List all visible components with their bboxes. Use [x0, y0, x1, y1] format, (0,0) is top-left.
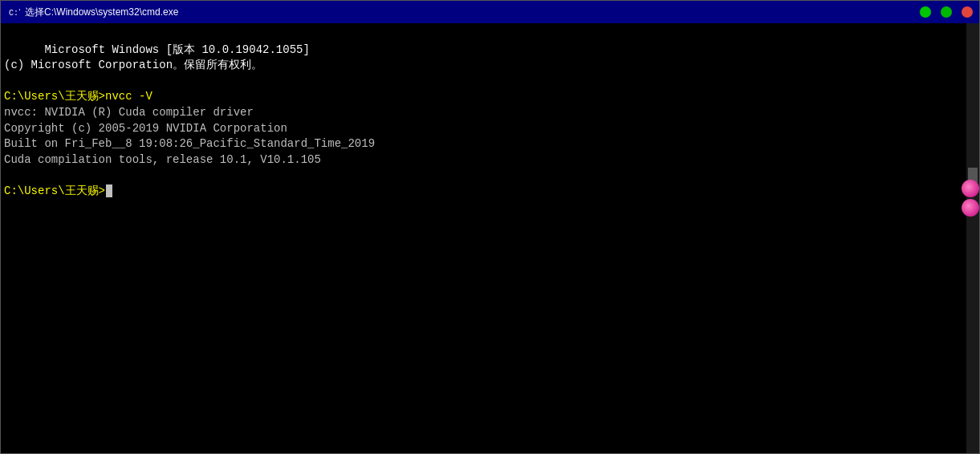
line-2: (c) Microsoft Corporation。保留所有权利。 — [4, 59, 262, 71]
line-8: Cuda compilation tools, release 10.1, V1… — [4, 153, 321, 166]
decoration — [962, 180, 979, 217]
cmd-window: C:\ 选择C:\Windows\system32\cmd.exe Micros… — [0, 0, 980, 454]
line-10-prompt: C:\Users\王天赐> — [4, 184, 105, 197]
terminal-output: Microsoft Windows [版本 10.0.19042.1055] (… — [4, 26, 976, 215]
svg-text:C:\: C:\ — [9, 9, 20, 18]
line-6: Copyright (c) 2005-2019 NVIDIA Corporati… — [4, 122, 287, 135]
scrollbar[interactable] — [966, 23, 979, 453]
cmd-icon: C:\ — [7, 6, 20, 18]
maximize-button[interactable] — [941, 6, 952, 18]
close-button[interactable] — [962, 6, 973, 18]
cursor — [106, 184, 112, 197]
minimize-button[interactable] — [920, 6, 931, 18]
line-7: Built on Fri_Feb__8 19:08:26_Pacific_Sta… — [4, 137, 375, 150]
deco-circle-1 — [962, 180, 979, 197]
titlebar: C:\ 选择C:\Windows\system32\cmd.exe — [1, 1, 979, 23]
line-5: nvcc: NVIDIA (R) Cuda compiler driver — [4, 106, 254, 119]
terminal-body[interactable]: Microsoft Windows [版本 10.0.19042.1055] (… — [1, 23, 979, 453]
window-controls — [920, 6, 973, 18]
line-4: C:\Users\王天赐>nvcc -V — [4, 90, 152, 103]
window-title: 选择C:\Windows\system32\cmd.exe — [25, 6, 920, 19]
deco-circle-2 — [962, 199, 979, 217]
line-1: Microsoft Windows [版本 10.0.19042.1055] — [44, 43, 309, 56]
